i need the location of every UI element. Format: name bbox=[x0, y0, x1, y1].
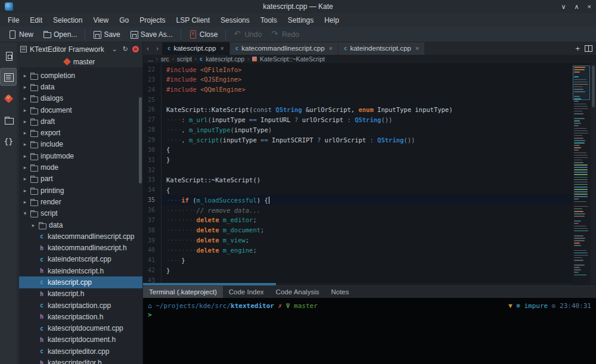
minimap[interactable] bbox=[573, 64, 591, 285]
maximize-button[interactable]: ∧ bbox=[575, 0, 579, 13]
breadcrumb-item-katescript-katescript[interactable]: KateScript::~KateScript bbox=[260, 55, 325, 63]
code-line-25[interactable]: 25 bbox=[143, 95, 573, 105]
tree-file-katescriptdocument-h[interactable]: hkatescriptdocument.h bbox=[19, 334, 142, 346]
toolbar-save-button[interactable]: Save bbox=[88, 29, 125, 41]
code-line-34[interactable]: 34{ bbox=[143, 185, 573, 195]
code-line-39[interactable]: 39········delete m_view; bbox=[143, 235, 573, 245]
tree-folder-dialogs[interactable]: ▸dialogs bbox=[19, 93, 142, 104]
tree-folder-completion[interactable]: ▸completion bbox=[19, 70, 142, 81]
tree-scrollbar[interactable] bbox=[139, 97, 142, 183]
tree-folder-script[interactable]: ▾script bbox=[19, 208, 142, 219]
vertical-scrollbar[interactable] bbox=[591, 63, 596, 285]
toolbar-open-button[interactable]: Open... bbox=[38, 29, 82, 41]
code-line-23[interactable]: 23#include <QJSEngine> bbox=[143, 74, 573, 85]
code-line-38[interactable]: 38········delete m_document; bbox=[143, 225, 573, 235]
tree-folder-part[interactable]: ▸part bbox=[19, 173, 142, 185]
terminal[interactable]: ⌂ ~/projects/kde/src/ktexteditor ✗ Ψ mas… bbox=[143, 298, 596, 364]
code-line-30[interactable]: 30{ bbox=[143, 145, 573, 155]
code-line-27[interactable]: 27····: m_url(inputType == InputURL ? ur… bbox=[143, 114, 573, 125]
tree-folder-mode[interactable]: ▸mode bbox=[19, 161, 142, 173]
back-button[interactable]: ‹ bbox=[143, 42, 153, 55]
forward-button[interactable]: › bbox=[153, 42, 162, 55]
sidebar-tool-filesystem[interactable] bbox=[1, 111, 16, 128]
code-line-37[interactable]: 37········delete m_editor; bbox=[143, 215, 573, 225]
code-line-35[interactable]: 35····if (m_loadSuccessful) { bbox=[143, 195, 573, 205]
menu-sessions[interactable]: Sessions bbox=[215, 14, 255, 26]
tree-folder-printing[interactable]: ▸printing bbox=[19, 185, 142, 196]
refresh-icon[interactable]: ↻ bbox=[122, 45, 129, 53]
code-line-41[interactable]: 41····} bbox=[143, 255, 573, 265]
tree-folder-data[interactable]: ▸data bbox=[19, 81, 142, 92]
chevron-down-icon[interactable]: ⌄ bbox=[111, 45, 119, 53]
close-tab-icon[interactable]: × bbox=[415, 45, 419, 52]
menu-go[interactable]: Go bbox=[114, 14, 134, 26]
tree-folder-document[interactable]: ▸document bbox=[19, 104, 142, 116]
tree-folder-include[interactable]: ▸include bbox=[19, 139, 142, 150]
tab-katecommandlinescript-cpp[interactable]: ckatecommandlinescript.cpp× bbox=[230, 42, 339, 55]
bottom-tab-notes[interactable]: Notes bbox=[325, 286, 355, 298]
code-line-26[interactable]: 26KateScript::KateScript(const QString &… bbox=[143, 105, 573, 115]
code-line-42[interactable]: 42} bbox=[143, 265, 573, 275]
menu-projects[interactable]: Projects bbox=[134, 14, 170, 26]
menu-tools[interactable]: Tools bbox=[255, 14, 283, 26]
breadcrumb-item-[interactable]: ... bbox=[148, 55, 153, 63]
sidebar-tool-symbols[interactable]: {} bbox=[1, 133, 16, 150]
tree-file-kateindentscript-cpp[interactable]: ckateindentscript.cpp bbox=[19, 254, 142, 265]
tree-file-katescriptaction-cpp[interactable]: ckatescriptaction.cpp bbox=[19, 300, 142, 311]
toolbar-new-button[interactable]: New bbox=[4, 29, 38, 41]
menu-settings[interactable]: Settings bbox=[283, 14, 319, 26]
bottom-tab-code-analysis[interactable]: Code Analysis bbox=[270, 286, 325, 298]
menu-help[interactable]: Help bbox=[319, 14, 344, 26]
vertical-scrollbar-thumb[interactable] bbox=[592, 66, 595, 107]
tree-file-katescripteditor-cpp[interactable]: ckatescripteditor.cpp bbox=[19, 346, 142, 357]
new-tab-button[interactable]: + bbox=[575, 44, 580, 53]
tree-file-katescripteditor-h[interactable]: hkatescripteditor.h bbox=[19, 357, 142, 364]
tree-folder-export[interactable]: ▸export bbox=[19, 127, 142, 138]
sidebar-tool-projects[interactable] bbox=[1, 69, 16, 85]
tree-file-kateindentscript-h[interactable]: hkateindentscript.h bbox=[19, 265, 142, 276]
tab-kateindentscript-cpp[interactable]: ckateindentscript.cpp× bbox=[339, 42, 425, 55]
close-tab-icon[interactable]: × bbox=[329, 45, 333, 52]
code-line-24[interactable]: 24#include <QQmlEngine> bbox=[143, 85, 573, 95]
tree-file-katescriptdocument-cpp[interactable]: ckatescriptdocument.cpp bbox=[19, 323, 142, 334]
toolbar-save-as-button[interactable]: Save As... bbox=[125, 29, 178, 41]
code-view[interactable]: 22#include <QFileInfo>23#include <QJSEng… bbox=[143, 63, 596, 285]
code-line-29[interactable]: 29····, m_script(inputType == InputSCRIP… bbox=[143, 135, 573, 145]
code-line-40[interactable]: 40········delete m_engine; bbox=[143, 245, 573, 256]
split-view-icon[interactable] bbox=[585, 45, 592, 52]
code-line-31[interactable]: 31} bbox=[143, 155, 573, 165]
close-panel-button[interactable] bbox=[132, 46, 139, 52]
minimize-button[interactable]: ∨ bbox=[561, 0, 566, 13]
bottom-tab-terminal-kateproject[interactable]: Terminal (.kateproject) bbox=[143, 286, 223, 298]
code-line-22[interactable]: 22#include <QFileInfo> bbox=[143, 64, 573, 74]
tab-katescript-cpp[interactable]: ckatescript.cpp× bbox=[162, 42, 230, 55]
tree-file-katecommandlinescript-cpp[interactable]: ckatecommandlinescript.cpp bbox=[19, 231, 142, 242]
tree-file-katescriptaction-h[interactable]: hkatescriptaction.h bbox=[19, 311, 142, 322]
tree-folder-inputmode[interactable]: ▸inputmode bbox=[19, 150, 142, 161]
toolbar-close-button[interactable]: Close bbox=[184, 29, 223, 41]
tree-folder-render[interactable]: ▸render bbox=[19, 196, 142, 207]
menu-file[interactable]: File bbox=[2, 14, 24, 26]
code-line-36[interactable]: 36········// remove data... bbox=[143, 205, 573, 215]
breadcrumb-item-script[interactable]: script bbox=[177, 55, 192, 63]
bottom-tab-code-index[interactable]: Code Index bbox=[223, 286, 270, 298]
code-line-28[interactable]: 28····, m_inputType(inputType) bbox=[143, 125, 573, 135]
menu-selection[interactable]: Selection bbox=[48, 14, 88, 26]
close-tab-icon[interactable]: × bbox=[220, 45, 224, 52]
tree-folder-draft[interactable]: ▸draft bbox=[19, 116, 142, 127]
tree-folder-data[interactable]: ▸data bbox=[19, 219, 142, 231]
menu-edit[interactable]: Edit bbox=[24, 14, 48, 26]
sidebar-tool-git[interactable] bbox=[1, 90, 16, 107]
tree-file-katescript-h[interactable]: hkatescript.h bbox=[19, 288, 142, 300]
tree-file-katecommandlinescript-h[interactable]: hkatecommandlinescript.h bbox=[19, 242, 142, 253]
close-button[interactable]: × bbox=[588, 0, 591, 13]
code-line-32[interactable]: 32 bbox=[143, 165, 573, 175]
menu-lsp-client[interactable]: LSP Client bbox=[171, 14, 215, 26]
breadcrumb-item-katescript-cpp[interactable]: katescript.cpp bbox=[206, 55, 244, 63]
breadcrumb-item-src[interactable]: src bbox=[161, 55, 169, 63]
sidebar-tool-documents[interactable] bbox=[1, 47, 16, 64]
code-line-33[interactable]: 33KateScript::~KateScript() bbox=[143, 175, 573, 185]
minimap-viewport[interactable] bbox=[573, 66, 590, 100]
tree-file-katescript-cpp[interactable]: ckatescript.cpp bbox=[19, 276, 142, 288]
git-branch-row[interactable]: master bbox=[17, 56, 142, 67]
